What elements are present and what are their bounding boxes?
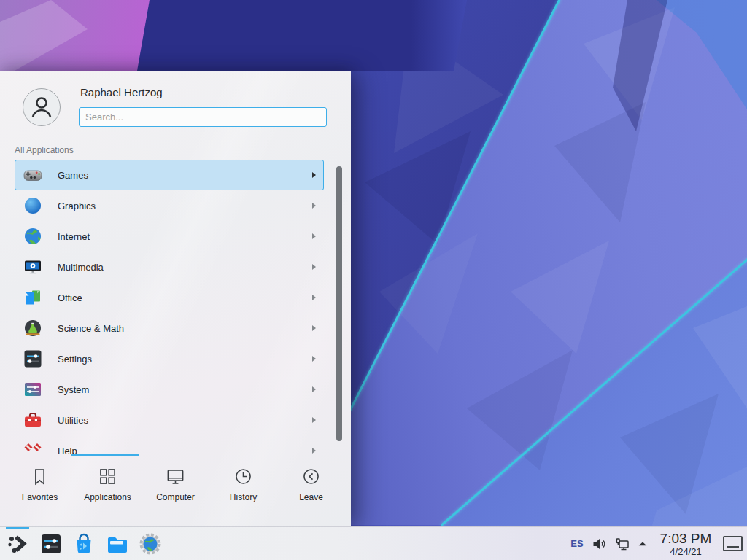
category-row-system[interactable]: System: [15, 374, 324, 405]
wired-network-icon: [614, 535, 631, 553]
clock-date: 4/24/21: [654, 547, 717, 556]
application-launcher-button[interactable]: [6, 532, 29, 556]
multimedia-icon: [23, 257, 43, 277]
system-settings-icon: [39, 532, 63, 556]
submenu-arrow-icon: [312, 264, 316, 270]
caret-up-icon: [636, 535, 649, 553]
submenu-arrow-icon: [312, 203, 316, 209]
tab-favorites[interactable]: Favorites: [6, 454, 74, 526]
tab-label: Favorites: [22, 492, 58, 502]
category-row-settings[interactable]: Settings: [15, 343, 324, 374]
graphics-icon: [23, 195, 43, 216]
globe-browser-icon: [139, 532, 162, 556]
desktop: Raphael Hertzog All Applications Games: [0, 0, 747, 560]
submenu-arrow-icon: [312, 356, 316, 362]
category-label: System: [58, 384, 89, 395]
tab-label: Leave: [299, 492, 323, 502]
settings-icon: [23, 349, 43, 369]
submenu-arrow-icon: [312, 172, 316, 178]
search-input[interactable]: [79, 107, 327, 127]
category-label: Settings: [58, 354, 92, 365]
tab-label: History: [230, 492, 257, 502]
discover-button[interactable]: [72, 532, 96, 556]
show-desktop-button[interactable]: [723, 536, 743, 551]
office-icon: [23, 287, 43, 308]
submenu-arrow-icon: [312, 417, 316, 423]
leave-icon: [301, 467, 321, 486]
volume-button[interactable]: [591, 535, 608, 553]
history-clock-icon: [233, 467, 253, 486]
category-row-multimedia[interactable]: Multimedia: [15, 252, 324, 282]
active-tab-indicator: [71, 454, 139, 456]
category-label: Multimedia: [58, 262, 104, 273]
category-label: Internet: [58, 231, 90, 242]
application-launcher-menu: Raphael Hertzog All Applications Games: [0, 71, 351, 526]
utilities-icon: [23, 410, 43, 430]
category-list: Games Graphics: [0, 160, 334, 454]
category-row-office[interactable]: Office: [15, 282, 324, 313]
category-label: Help: [58, 446, 77, 454]
launcher-tabbar: Favorites Applications: [0, 454, 351, 526]
tab-history[interactable]: History: [209, 454, 277, 526]
submenu-arrow-icon: [312, 386, 316, 392]
computer-icon: [166, 467, 185, 486]
taskbar-panel: ES 7:03: [0, 526, 747, 560]
tab-leave[interactable]: Leave: [277, 454, 345, 526]
keyboard-layout-indicator[interactable]: ES: [568, 538, 586, 549]
category-label: Graphics: [58, 201, 96, 211]
tab-applications[interactable]: Applications: [74, 454, 142, 526]
category-row-internet[interactable]: Internet: [15, 221, 324, 252]
network-button[interactable]: [614, 535, 631, 553]
system-tray: ES 7:03: [568, 527, 747, 560]
tab-label: Applications: [84, 492, 131, 502]
category-label: Games: [58, 170, 88, 181]
submenu-arrow-icon: [312, 325, 316, 331]
user-icon: [27, 93, 56, 122]
submenu-arrow-icon: [312, 448, 316, 454]
speaker-icon: [591, 535, 608, 553]
user-name: Raphael Hertzog: [80, 86, 163, 98]
submenu-arrow-icon: [312, 295, 316, 300]
active-task-indicator: [6, 527, 29, 529]
section-label: All Applications: [15, 145, 74, 155]
tab-computer[interactable]: Computer: [142, 454, 209, 526]
clock-time: 7:03 PM: [654, 532, 717, 545]
bookmark-icon: [30, 467, 50, 486]
system-icon: [23, 379, 43, 400]
tab-label: Computer: [156, 492, 195, 502]
category-row-utilities[interactable]: Utilities: [15, 405, 324, 435]
web-browser-button[interactable]: [139, 532, 162, 556]
user-avatar[interactable]: [23, 88, 61, 126]
category-row-graphics[interactable]: Graphics: [15, 190, 324, 221]
file-manager-button[interactable]: [105, 532, 128, 556]
category-label: Utilities: [58, 415, 88, 426]
submenu-arrow-icon: [312, 233, 316, 239]
discover-icon: [72, 532, 96, 556]
folder-icon: [105, 532, 128, 556]
category-row-games[interactable]: Games: [15, 160, 324, 190]
digital-clock[interactable]: 7:03 PM 4/24/21: [654, 532, 717, 556]
science-math-icon: [23, 318, 43, 338]
internet-icon: [23, 226, 43, 246]
applications-grid-icon: [98, 467, 117, 486]
category-row-science-math[interactable]: Science & Math: [15, 313, 324, 343]
category-row-help[interactable]: Help: [15, 435, 324, 454]
system-settings-button[interactable]: [39, 532, 63, 556]
menu-scrollbar[interactable]: [336, 166, 342, 441]
tray-expander-button[interactable]: [636, 535, 649, 553]
category-label: Science & Math: [58, 323, 124, 334]
category-label: Office: [58, 292, 82, 303]
kde-launcher-icon: [6, 532, 29, 556]
games-icon: [23, 165, 43, 185]
help-icon: [23, 440, 43, 454]
